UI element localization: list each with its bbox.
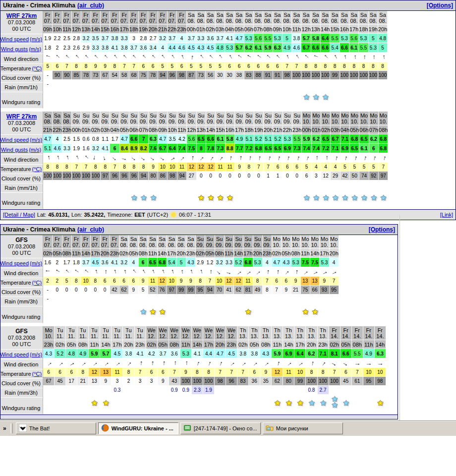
temperature-unit-link[interactable]: (°C) (32, 371, 42, 377)
wind-speed-cell: 5.2 (254, 134, 264, 144)
wind-gust-cell: 3.4 (148, 43, 158, 53)
utc-offset: (UTC+2) (147, 212, 168, 218)
temperature-cell: 9 (139, 277, 148, 286)
hour-cell: 11h (72, 249, 81, 258)
wind-direction-arrow-icon: → (216, 153, 225, 162)
taskbar-chevron[interactable]: » (1, 425, 8, 432)
hour-cell: 03h (101, 125, 110, 134)
wind-direction-arrow-icon: → (158, 268, 167, 276)
wind-speed-cell: 7.5 (301, 258, 310, 267)
forecast-row: 4.35.24.84.95.95.74.53.84.14.23.73.65.34… (43, 349, 386, 358)
rain-label: Rain (mm/3h) (4, 298, 38, 304)
rain-cell (91, 295, 100, 303)
day-header-cell: Sa08. (62, 112, 72, 125)
rating-star-icon: ★ (159, 308, 167, 315)
rain-cell (310, 295, 320, 303)
link-link[interactable]: [Link] (440, 212, 453, 218)
hour-cell: 21h (273, 125, 283, 134)
rain-cell (294, 386, 306, 395)
air-club-link[interactable]: (air_club) (77, 2, 104, 9)
rain-cell (225, 80, 234, 89)
wind-gust-cell: 6.7 (301, 43, 311, 53)
wind-direction-cell: → (302, 153, 311, 163)
temperature-cell: 13 (310, 277, 320, 286)
wind-speed-label-link[interactable]: Wind speed (0, 352, 29, 357)
wind-speed-cell: 4.3 (186, 258, 196, 267)
temperature-label: Temperature (0, 371, 31, 377)
day-name: Sa (236, 12, 242, 18)
day-number: 08. (168, 242, 175, 248)
wind-speed-unit-link[interactable]: (m/s) (30, 260, 42, 266)
wind-speed-cell: 3 (129, 34, 139, 43)
rain-cell (330, 80, 340, 89)
taskbar-grip[interactable] (10, 423, 13, 433)
day-name: Mo (321, 236, 328, 242)
rain-cell (62, 80, 72, 89)
day-number: 07. (130, 18, 137, 24)
day-header-cell: Th13. (249, 326, 260, 340)
cloud-cover-cell: 73 (91, 71, 101, 80)
hour-cell: 16h (110, 25, 119, 34)
wind-speed-label-link[interactable]: Wind speed (0, 36, 29, 42)
hour-cell: 21h (43, 125, 53, 134)
day-number: 13. (262, 333, 270, 339)
wind-speed-cell: 6.2 (306, 349, 317, 358)
day-number: 08. (274, 18, 281, 24)
hour-cell: 08h (260, 340, 272, 349)
taskbar-button-2[interactable]: WindGURU: Ukraine - ... (98, 422, 178, 434)
wind-direction-cell: → (192, 358, 203, 368)
hour-cell: 02h (206, 25, 215, 34)
model-name-link[interactable]: WRF 27km (6, 13, 37, 19)
day-name: Mo (332, 113, 339, 119)
wind-speed-unit-link[interactable]: (m/s) (30, 137, 42, 143)
wind-direction-cell: → (43, 153, 53, 163)
taskbar-button-3[interactable]: [247-174-749] - Окно со... (180, 422, 261, 434)
wind-direction-cell: → (168, 153, 177, 163)
day-header-cell: Fr07. (53, 235, 62, 249)
wind-direction-cell: → (237, 358, 249, 368)
hour-cell: 23h (186, 249, 196, 258)
day-number: 07. (72, 242, 80, 248)
taskbar-button-4[interactable]: Мои рисунки (263, 422, 343, 434)
temperature-cell: 8 (244, 163, 254, 172)
day-number: 07. (149, 18, 157, 24)
wind-speed-label-link[interactable]: Wind speed (0, 260, 29, 266)
detail-map-link[interactable]: [Detail / Map] (3, 212, 35, 218)
wind-gusts-label-link[interactable]: Wind gusts (1, 46, 28, 52)
rain-cell (263, 80, 273, 89)
wind-gusts-unit-link[interactable]: (m/s) (29, 46, 41, 52)
row-label: Wind speed(m/s) (0, 135, 43, 145)
day-number: 08. (302, 18, 310, 24)
wind-speed-unit-link[interactable]: (m/s) (30, 352, 42, 357)
day-header-cell: Sa08. (196, 11, 206, 25)
air-club-link[interactable]: (air_club) (77, 226, 104, 233)
options-link[interactable]: [Options] (427, 2, 453, 9)
wind-gusts-unit-link[interactable]: (m/s) (29, 147, 41, 153)
temperature-cell: 7 (205, 277, 215, 286)
wind-direction-arrow-icon: → (63, 154, 71, 162)
hour-cell: 16h (226, 125, 235, 134)
temperature-unit-link[interactable]: (°C) (32, 280, 42, 286)
wind-gusts-label-link[interactable]: Wind gusts (1, 147, 28, 153)
wind-direction-arrow-icon: → (62, 267, 71, 276)
wind-direction-arrow-icon: → (62, 53, 71, 61)
wind-gust-cell: 2.3 (62, 43, 72, 53)
taskbar-button-1[interactable]: The Bat! (16, 422, 96, 434)
temperature-unit-link[interactable]: (°C) (32, 166, 42, 172)
wind-speed-label-link[interactable]: Wind speed (0, 137, 29, 143)
model-name-link[interactable]: WRF 27km (6, 114, 37, 120)
wind-gust-cell: 3.8 (120, 43, 129, 53)
options-link[interactable]: [Options] (369, 226, 395, 233)
day-name: Mo (330, 236, 338, 242)
temperature-cell: 4 (331, 163, 340, 172)
wind-direction-arrow-icon: → (254, 53, 263, 61)
day-number: 10. (351, 119, 358, 124)
forecast-data-area: Fr07.Fr07.Fr07.Fr07.Fr07.Fr07.Fr07.Fr07.… (43, 235, 339, 323)
temperature-cell: 9 (260, 368, 272, 377)
rain-cell (352, 386, 363, 395)
day-number: 09. (73, 119, 80, 124)
day-name: Fr (55, 12, 59, 18)
wind-direction-arrow-icon: → (101, 53, 110, 61)
wind-speed-unit-link[interactable]: (m/s) (30, 36, 42, 42)
temperature-unit-link[interactable]: (°C) (32, 65, 42, 71)
